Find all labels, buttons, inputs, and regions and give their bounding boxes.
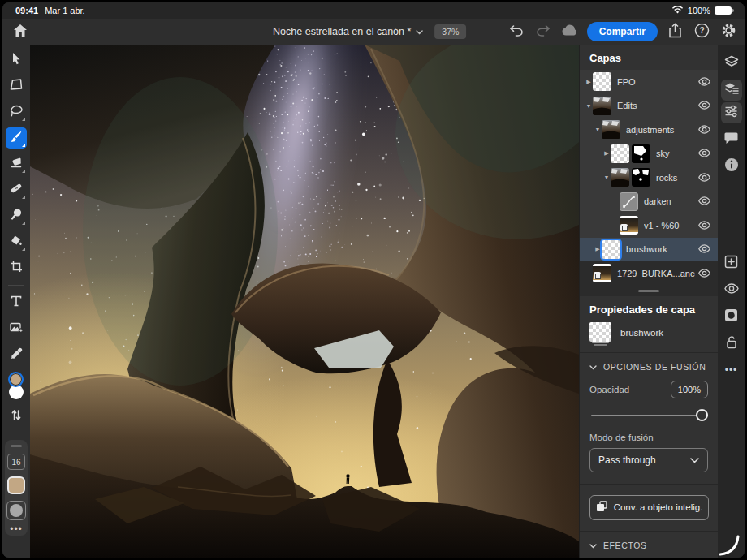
layer-thumbnail-photo[interactable] — [611, 168, 629, 187]
help-button[interactable]: ? — [692, 22, 711, 41]
place-image-tool[interactable] — [6, 318, 27, 339]
healing-tool[interactable] — [6, 179, 27, 200]
layer-mask-thumbnail[interactable] — [632, 168, 650, 187]
clone-stamp-tool[interactable] — [6, 205, 27, 226]
layer-mask-thumbnail[interactable] — [632, 144, 650, 163]
brush-color-swatch[interactable] — [7, 476, 25, 494]
blend-mode-dropdown[interactable]: Pass through — [589, 448, 708, 472]
right-icon-rail: ••• — [718, 45, 745, 558]
layer-row-edits[interactable]: ▼Edits — [580, 94, 718, 118]
brush-size-field[interactable]: 16 — [7, 454, 25, 470]
gear-icon — [721, 23, 736, 41]
brush-tip-selector[interactable] — [6, 501, 26, 520]
type-tool[interactable] — [6, 292, 27, 313]
eye-icon — [724, 282, 739, 297]
effects-header[interactable]: EFECTOS — [580, 532, 718, 558]
brush-tool[interactable] — [6, 127, 27, 149]
magnifier-icon — [11, 208, 23, 224]
export-button[interactable] — [665, 22, 684, 41]
expand-arrow-icon[interactable]: ▶ — [594, 246, 602, 252]
layer-properties-toggle[interactable] — [721, 80, 742, 101]
document-title-menu[interactable]: Noche estrellada en el cañón * — [273, 26, 423, 37]
layer-row-sky[interactable]: ▶sky — [580, 142, 718, 166]
cloud-sync-button[interactable] — [560, 22, 580, 41]
layers-panel-toggle[interactable] — [721, 53, 742, 74]
top-toolbar: Noche estrellada en el cañón * 37% — [2, 19, 745, 45]
layer-row-v1-60[interactable]: v1 - %60 — [580, 213, 718, 238]
adjustment-curves-thumbnail[interactable] — [620, 192, 638, 211]
foreground-color-well[interactable] — [8, 372, 24, 387]
eraser-tool[interactable] — [6, 153, 27, 174]
smart-object-thumbnail[interactable] — [620, 216, 638, 235]
brush-options-group: 16 ••• — [5, 440, 28, 536]
layer-row-fpo[interactable]: ▶FPO — [580, 70, 718, 94]
layer-row-1729-burka-anced-nr33[interactable]: 1729_BURKA...anced-NR33 — [580, 261, 718, 286]
visibility-eye-icon[interactable] — [698, 266, 710, 281]
swap-colors-button[interactable] — [6, 406, 27, 427]
expand-arrow-icon[interactable]: ▶ — [585, 79, 593, 85]
layer-row-adjustments[interactable]: ▼adjustments — [580, 118, 718, 142]
layer-thumbnail-transparent[interactable] — [593, 72, 611, 91]
visibility-eye-icon[interactable] — [698, 218, 710, 233]
visibility-eye-icon[interactable] — [698, 170, 710, 185]
share-button[interactable]: Compartir — [587, 22, 658, 41]
drag-handle[interactable] — [11, 445, 22, 447]
transform-tool[interactable] — [6, 75, 27, 97]
add-layer-button[interactable] — [721, 252, 742, 274]
slider-knob[interactable] — [696, 409, 708, 421]
mask-button[interactable] — [721, 306, 742, 327]
info-button[interactable] — [721, 156, 742, 177]
visibility-eye-icon[interactable] — [698, 194, 710, 209]
visibility-eye-icon[interactable] — [698, 146, 710, 161]
fill-tool[interactable] — [6, 231, 27, 252]
redo-button[interactable] — [533, 22, 553, 41]
color-wells[interactable] — [6, 372, 27, 403]
visibility-eye-icon[interactable] — [698, 242, 710, 256]
comments-button[interactable] — [721, 129, 742, 150]
convert-smart-object-button[interactable]: Conv. a objeto intelig. — [589, 495, 709, 520]
layer-row-darken[interactable]: darken — [580, 190, 718, 214]
document-canvas[interactable] — [30, 45, 579, 558]
smart-object-thumbnail[interactable] — [593, 264, 611, 282]
visibility-eye-icon[interactable] — [698, 75, 710, 89]
undo-button[interactable] — [507, 22, 526, 41]
eyedropper-tool[interactable] — [6, 344, 27, 365]
opacity-value-field[interactable]: 100% — [671, 381, 708, 398]
adjustments-toggle[interactable] — [721, 102, 742, 123]
blend-mode-label: Modo de fusión — [580, 427, 718, 448]
layer-row-rocks[interactable]: ▼rocks — [580, 166, 718, 190]
chevron-down-icon — [589, 541, 597, 550]
battery-percent: 100% — [688, 6, 710, 15]
zoom-level-badge[interactable]: 37% — [434, 24, 466, 39]
layer-thumbnail-photo[interactable] — [593, 97, 611, 115]
visibility-eye-icon[interactable] — [698, 98, 710, 113]
layer-row-brushwork[interactable]: ▶brushwork — [580, 238, 718, 262]
expand-arrow-icon[interactable]: ▼ — [585, 103, 593, 109]
expand-arrow-icon[interactable]: ▼ — [602, 174, 611, 180]
date: Mar 1 abr. — [45, 6, 85, 15]
expand-arrow-icon[interactable]: ▶ — [602, 150, 611, 157]
crop-tool[interactable] — [6, 257, 27, 278]
opacity-slider[interactable] — [591, 409, 706, 422]
panel-divider[interactable] — [580, 286, 718, 296]
home-button[interactable] — [11, 22, 30, 41]
more-button[interactable]: ••• — [721, 360, 742, 381]
layer-name: adjustments — [626, 125, 695, 135]
layer-thumbnail-photo[interactable] — [602, 120, 620, 139]
visibility-button[interactable] — [721, 279, 742, 300]
export-icon — [668, 23, 682, 41]
lasso-tool[interactable] — [6, 101, 27, 123]
blend-options-header[interactable]: OPCIONES DE FUSIÓN — [580, 353, 718, 379]
expand-arrow-icon[interactable]: ▼ — [594, 127, 602, 132]
visibility-eye-icon[interactable] — [698, 123, 710, 137]
layers-list: ▶FPO▼Edits▼adjustments▶sky▼rocksdarkenv1… — [580, 70, 718, 286]
more-brush-options-button[interactable]: ••• — [10, 527, 23, 532]
layer-thumbnail-transparent[interactable] — [602, 240, 620, 259]
paint-bucket-icon — [10, 235, 23, 250]
submenu-indicator — [22, 144, 25, 147]
layer-thumbnail-transparent[interactable] — [611, 144, 629, 163]
lock-button[interactable] — [721, 333, 742, 354]
move-tool[interactable] — [6, 50, 27, 71]
settings-button[interactable] — [719, 22, 738, 41]
eyedropper-icon — [11, 347, 23, 363]
